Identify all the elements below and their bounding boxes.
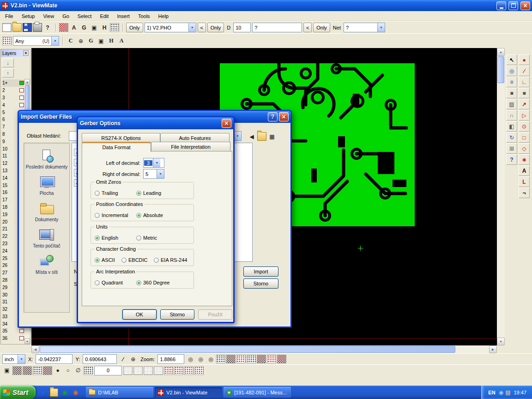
film-1-icon[interactable] [12, 366, 22, 375]
dcode-filter-field[interactable]: 10 [233, 23, 251, 32]
horizontal-scrollbar[interactable] [31, 345, 497, 353]
browser-shortcut-icon[interactable]: ◉ [71, 388, 79, 397]
aperture-filter-icon[interactable]: A [117, 36, 126, 45]
layer-filter-combo[interactable]: 1) V2.PHO [145, 23, 196, 32]
film-4-icon[interactable] [43, 366, 52, 375]
close-icon[interactable] [222, 119, 231, 128]
internet-explorer-icon[interactable]: e [39, 388, 48, 397]
back-icon[interactable]: ◀ [247, 132, 256, 141]
menu-item-help[interactable]: Help [154, 12, 173, 20]
folder-shortcut-icon[interactable] [50, 388, 58, 397]
close-icon[interactable] [23, 50, 29, 56]
place-documents[interactable]: Dokumenty [24, 202, 69, 222]
menu-item-setup[interactable]: Setup [18, 12, 39, 20]
layers-panel-header[interactable]: Layers [1, 49, 30, 57]
x-coordinate-field[interactable]: -0.942237 [36, 354, 73, 364]
measure-diagonal-icon[interactable]: ∕ [118, 355, 127, 363]
move-layer-down-icon[interactable]: ↓ [2, 58, 14, 67]
place-desktop[interactable]: Plocha [24, 175, 69, 196]
ok-button[interactable]: OK [122, 309, 157, 320]
units-combo[interactable]: inch [2, 354, 25, 364]
selection-type-combo[interactable]: Any (U) [13, 36, 59, 46]
scroll-right-icon[interactable] [489, 345, 497, 353]
close-icon[interactable] [279, 112, 289, 121]
y-coordinate-field[interactable]: 0.690643 [83, 354, 117, 364]
fill-mode-icon[interactable]: ■ [506, 88, 517, 98]
radio-metric[interactable]: Metric [136, 235, 157, 241]
dot-grid-4-icon[interactable] [154, 366, 163, 375]
circle-off-icon[interactable]: ○ [63, 366, 73, 375]
radio-leading[interactable]: Leading [136, 190, 161, 196]
red-select-2-icon[interactable] [174, 366, 183, 375]
radio-absolute[interactable]: Absolute [136, 212, 163, 218]
layer-row[interactable]: 35 [2, 327, 24, 335]
layer-color-box[interactable] [19, 103, 24, 107]
start-button[interactable]: Start [0, 386, 36, 399]
radio-english[interactable]: English [95, 235, 136, 241]
title-bar[interactable]: V2.bin - ViewMate [0, 0, 532, 11]
help-icon[interactable] [268, 112, 278, 121]
zoom-fit-icon[interactable]: ◎ [206, 355, 215, 363]
storno-button[interactable]: Storno [243, 278, 278, 289]
layer-row[interactable]: 2 [2, 87, 24, 94]
save-file-icon[interactable] [23, 23, 32, 32]
layer-color-box[interactable] [19, 81, 24, 85]
arc-mode-icon[interactable]: ∩ [506, 110, 517, 121]
draw-circle-icon[interactable]: ⊙ [519, 121, 530, 132]
draw-arrow-icon[interactable]: ↗ [519, 99, 530, 109]
scroll-up-icon[interactable] [24, 79, 30, 85]
scroll-left-icon[interactable] [31, 345, 39, 353]
draw-filled-rect-icon[interactable]: ■ [519, 88, 530, 98]
chevron-down-icon[interactable] [234, 132, 241, 140]
snapshot-icon[interactable]: ▣ [2, 366, 12, 375]
left-of-decimal-combo[interactable]: 3 [143, 158, 164, 168]
layer-color-box[interactable] [19, 96, 24, 100]
chevron-down-icon[interactable] [157, 169, 164, 178]
up-folder-icon[interactable] [257, 132, 266, 141]
zoom-in-icon[interactable]: ◎ [196, 355, 205, 363]
dimension-icon[interactable]: L [519, 176, 530, 187]
apply-button[interactable]: Použít [198, 309, 232, 320]
previous-layer-button[interactable]: < [198, 23, 206, 32]
hole-filter-icon[interactable]: H [107, 36, 116, 45]
tab-data-format[interactable]: Data Format [82, 142, 151, 152]
layer-row[interactable]: 36 [2, 335, 24, 342]
dcode-query-field[interactable]: ? [252, 23, 302, 32]
language-indicator[interactable]: EN [488, 390, 495, 395]
red-select-3-icon[interactable] [184, 366, 193, 375]
language-bar-icon[interactable]: ◉ [499, 389, 503, 396]
place-network[interactable]: Místa v síti [24, 254, 69, 275]
goto-icon[interactable]: G [79, 23, 89, 32]
statistics-icon[interactable] [110, 23, 119, 32]
draw-line-icon[interactable]: ∕ [519, 66, 530, 76]
layers-stack-icon[interactable]: ≡ [506, 77, 517, 87]
tab-rs274x-options[interactable]: RS274-X Options [82, 133, 160, 142]
vertical-scrollbar[interactable] [497, 48, 505, 345]
chevron-down-icon[interactable] [51, 36, 59, 45]
aperture-none-icon[interactable]: ∅ [73, 366, 83, 375]
draw-rect-icon[interactable]: □ [519, 132, 530, 143]
layer-color-box[interactable] [19, 329, 24, 333]
layer-color-box[interactable] [19, 336, 24, 340]
only-layer-toggle[interactable]: Only [126, 23, 143, 32]
target-filter-icon[interactable]: ⊕ [76, 36, 85, 45]
scroll-up-icon[interactable] [497, 48, 505, 56]
place-recent-documents[interactable]: Poslední dokumenty [24, 149, 69, 169]
draw-polyline-icon[interactable]: ∟ [519, 77, 530, 87]
net-filter-combo[interactable]: ? [344, 23, 385, 32]
scroll-down-icon[interactable] [24, 339, 30, 344]
radio-trailing[interactable]: Trailing [95, 190, 136, 196]
menu-item-view[interactable]: View [39, 12, 58, 20]
task-mlab-folder[interactable]: D:\MLAB [86, 387, 153, 398]
menu-item-go[interactable]: Go [58, 12, 73, 20]
radio-360-degree[interactable]: 360 Degree [136, 280, 170, 285]
chevron-down-icon[interactable] [188, 23, 196, 32]
rotate-icon[interactable]: ↻ [506, 132, 517, 143]
task-message-window[interactable]: [191-482-091] - Mess... [224, 387, 291, 398]
zoom-region-icon[interactable]: ◎ [506, 66, 517, 76]
group-filter-icon[interactable]: G [86, 36, 96, 45]
highlight-grid-icon[interactable] [59, 23, 68, 32]
jumper-icon[interactable]: ¬ [519, 187, 530, 198]
dot-grid-3-icon[interactable] [144, 366, 153, 375]
tab-auto-features[interactable]: Auto Features [160, 133, 230, 142]
